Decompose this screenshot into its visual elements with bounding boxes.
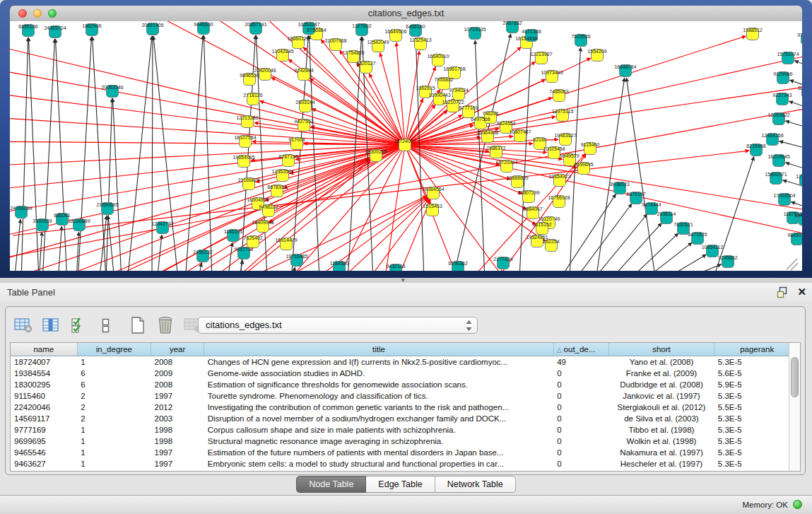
column-header-out_de[interactable]: △out_de... <box>553 343 608 356</box>
graph-edge[interactable] <box>558 194 616 271</box>
graph-node-label: 1184580 <box>330 261 349 266</box>
table-cell: 2003 <box>151 413 204 424</box>
table-row[interactable]: 2242004622012Investigating the contribut… <box>11 402 800 413</box>
graph-node-label: 1046421 <box>794 213 802 218</box>
graph-edge[interactable] <box>405 51 419 145</box>
table-cell: Estimation of the future numbers of pati… <box>204 447 553 458</box>
graph-node-label: 12156889 <box>68 218 90 223</box>
show-columns-icon[interactable] <box>40 315 61 336</box>
column-header-title[interactable]: title <box>204 343 553 356</box>
close-icon[interactable]: ✕ <box>797 286 806 298</box>
table-mode-icon[interactable] <box>95 315 117 336</box>
graph-node-label: 9884067 <box>523 206 542 211</box>
graph-edge[interactable] <box>152 36 153 271</box>
graph-edge[interactable] <box>10 106 802 262</box>
graph-edge[interactable] <box>10 145 405 216</box>
table-cell: 1997 <box>151 447 204 458</box>
table-options-icon[interactable] <box>13 315 34 336</box>
tab-node-table[interactable]: Node Table <box>296 476 366 493</box>
graph-node-label: 16120746 <box>538 216 560 221</box>
graph-edge[interactable] <box>626 78 656 271</box>
table-cell: 14569117 <box>11 413 77 424</box>
graph-edge[interactable] <box>58 226 61 271</box>
graph-node-label: 885081 <box>54 213 70 218</box>
resize-grip[interactable] <box>787 259 798 270</box>
table-cell: 0 <box>553 447 608 458</box>
graph-edge[interactable] <box>127 21 405 145</box>
graph-edge[interactable] <box>640 243 692 271</box>
edit-columns-icon[interactable] <box>68 315 89 336</box>
graph-node-label: 1327802 <box>352 23 371 28</box>
graph-node-label: 12042845 <box>271 49 293 54</box>
table-row[interactable]: 1830029562008Estimation of significance … <box>11 379 800 390</box>
table-row[interactable]: 969969511998Structural magnetic resonanc… <box>11 436 800 447</box>
graph-node-label: 15692971 <box>765 172 787 177</box>
graph-edge[interactable] <box>204 35 212 271</box>
graph-edge[interactable] <box>676 264 722 271</box>
column-header-in_degree[interactable]: in_degree <box>77 343 151 356</box>
table-row[interactable]: 1872400712008Changes of HCN gene express… <box>11 356 800 368</box>
graph-edge[interactable] <box>112 98 122 271</box>
table-row[interactable]: 1456911722003Disruption of a novel membe… <box>11 413 800 424</box>
table-cell: 9115460 <box>11 390 77 402</box>
create-column-icon[interactable] <box>127 315 148 336</box>
graph-edge[interactable] <box>21 37 28 271</box>
column-header-pagerank[interactable]: pagerank <box>714 343 800 356</box>
graph-edge[interactable] <box>626 233 678 271</box>
float-window-icon[interactable] <box>777 286 789 298</box>
tab-network-table[interactable]: Network Table <box>435 476 516 493</box>
graph-edge[interactable] <box>794 61 802 71</box>
graph-edge[interactable] <box>405 145 802 212</box>
table-cell: 2 <box>77 402 151 413</box>
table-row[interactable]: 946554611997Estimation of the future num… <box>11 447 800 458</box>
scrollbar-thumb[interactable] <box>791 357 799 397</box>
column-header-short[interactable]: short <box>608 343 714 356</box>
graph-edge[interactable] <box>786 121 802 132</box>
graph-edge[interactable] <box>14 219 20 271</box>
table-cell: Tibbo et al. (1998) <box>608 424 714 436</box>
graph-node-label: 9129966 <box>773 71 792 76</box>
column-header-name[interactable]: name <box>11 343 77 356</box>
graph-edge[interactable] <box>185 35 203 271</box>
graph-node-label: 9242844 <box>294 68 313 73</box>
graph-edge[interactable] <box>387 199 430 271</box>
table-row[interactable]: 1938455462009Genome-wide association stu… <box>11 368 800 379</box>
graph-node-label: 24166059 <box>10 206 32 211</box>
graph-edge[interactable] <box>239 260 242 271</box>
graph-edge[interactable] <box>42 39 54 271</box>
graph-node-label: 7632621 <box>673 222 693 227</box>
graph-edge[interactable] <box>786 163 802 173</box>
panel-splitter[interactable]: ▾ <box>0 278 812 283</box>
tab-edge-table[interactable]: Edge Table <box>366 476 435 493</box>
memory-ok-indicator-icon[interactable] <box>793 500 802 509</box>
graph-node-label: 18107554 <box>234 135 256 140</box>
graph-edge[interactable] <box>499 270 502 271</box>
table-row[interactable]: 946362711997Embryonic stem cells: a mode… <box>11 458 800 469</box>
graph-node-label: 746266 <box>482 111 498 116</box>
table-vertical-scrollbar[interactable] <box>789 343 800 471</box>
table-row[interactable]: 977716911998Corpus callosum shape and si… <box>11 424 800 436</box>
graph-edge[interactable] <box>10 42 405 145</box>
graph-node-label: 6466160 <box>406 24 425 29</box>
graph-edge[interactable] <box>783 180 802 191</box>
graph-edge[interactable] <box>779 141 802 152</box>
graph-node-label: 9949579 <box>560 153 579 158</box>
table-selector-dropdown[interactable]: citations_edges.txt <box>198 317 478 334</box>
table-cell: 0 <box>553 436 608 447</box>
column-header-year[interactable]: year <box>151 343 204 356</box>
graph-edge[interactable] <box>591 214 647 271</box>
graph-edge[interactable] <box>596 78 625 271</box>
delete-column-icon[interactable] <box>155 315 176 336</box>
graph-edge[interactable] <box>28 37 39 271</box>
graph-node-label: 20364436 <box>476 130 498 135</box>
table-row[interactable]: 911546021997Tourette syndrome. Phenomeno… <box>11 390 800 402</box>
graph-node-label: 18660122 <box>287 36 309 41</box>
graph-node-label: 9245652 <box>718 255 737 260</box>
network-window-titlebar[interactable]: citations_edges.txt <box>10 6 802 22</box>
graph-edge[interactable] <box>789 101 802 112</box>
network-canvas[interactable]: 1872400718300295193845541204284522420046… <box>10 21 802 271</box>
graph-edge[interactable] <box>153 36 178 271</box>
table-selector-value: citations_edges.txt <box>206 320 282 330</box>
graph-node-label: 6855106 <box>18 24 37 29</box>
graph-edge[interactable] <box>791 201 802 212</box>
